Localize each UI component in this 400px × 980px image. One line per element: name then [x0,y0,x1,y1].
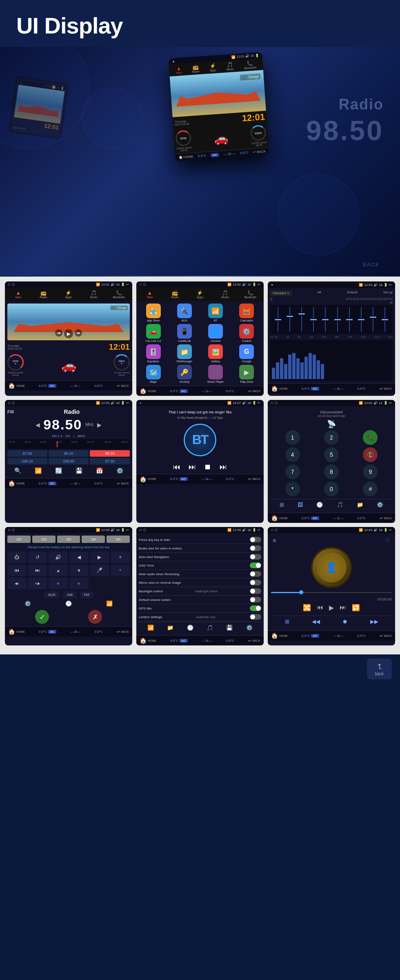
steer-btn-mic[interactable]: 🎤 [90,565,109,576]
dial-5[interactable]: 5 [324,447,339,462]
music-icon-4[interactable]: ▶▶ [370,618,378,625]
toggle-lantern[interactable] [250,614,261,620]
phone-settings-icon[interactable]: ⚙️ [377,502,383,508]
steer-fm-btn[interactable]: FM [80,592,93,598]
steer-btn-k3[interactable]: K [49,578,68,589]
app-mcxkey[interactable]: 🔑mcxKey [170,365,199,383]
steering-confirm-btn[interactable]: ✓ [35,610,49,624]
radio-save-icon[interactable]: 💾 [76,467,82,474]
radio-loop-icon[interactable]: 🔄 [55,467,62,474]
music-menu-icon[interactable]: ≡ [273,537,276,544]
apps-top-nav[interactable]: ▲Navi 📻Radio ⚡Apps 🎵Music 📞Bluetooth [136,288,264,301]
app-maps[interactable]: 🗺️Maps [139,365,168,383]
apps-nav-bt[interactable]: 📞Bluetooth [238,289,262,299]
dial-0[interactable]: 0 [324,482,339,496]
eq-top-controls[interactable]: Standard ∨ All Default Set up [270,290,393,296]
dial-2[interactable]: 2 [324,430,339,445]
app-equalizer[interactable]: 🎚️Equalizer [139,344,168,363]
bt-controls[interactable]: ⏮ ⏭ ⏹ ⏭ [139,463,261,471]
steer-btn-down[interactable]: ▼ [69,565,89,576]
bt-next-btn[interactable]: ⏭ [220,463,227,471]
toggle-auto-nav[interactable] [250,554,261,560]
radio-signal-icon[interactable]: 📶 [35,467,42,474]
toggle-gps-mix[interactable] [250,605,261,611]
app-gallery[interactable]: 🖼️Gallery [201,344,230,363]
radio-bottom-icons[interactable]: 🔍 📶 🔄 💾 📅 ⚙️ [7,466,130,475]
dial-star[interactable]: * [285,482,300,496]
apps-nav-radio[interactable]: 📻Radio [163,289,187,299]
phone-bottom-icons[interactable]: ⊞ 🖼 🕐 🎵 📁 ⚙️ [270,499,393,510]
steer-btn-k1[interactable]: ◀K [7,578,27,589]
steer-btn-next[interactable]: ▶ [90,551,109,563]
music-icon-3[interactable]: ⏺ [342,618,348,625]
settings-save-icon[interactable]: 💾 [226,625,233,631]
app-chrome[interactable]: 🌐Chrome [201,324,230,342]
bt-next-prev-btn[interactable]: ⏭ [189,463,196,471]
back-button-footer[interactable]: ↩ back [367,659,392,679]
music-progress-handle[interactable] [299,590,303,594]
app-musicplayer[interactable]: 🎵Music Player [201,365,230,383]
home-top-nav[interactable]: ▲Navi 📻Radio ⚡Apps 🎵Music 📞Bluetooth [5,288,132,301]
toggle-backlight[interactable] [250,588,261,594]
steer-btn-k4[interactable]: K [69,578,89,589]
apps-nav-navi[interactable]: ▲Navi [138,289,162,299]
bt-prev-btn[interactable]: ⏮ [173,463,180,471]
phone-file-icon[interactable]: 📁 [357,502,363,508]
steer-btn-up[interactable]: ▲ [49,565,68,576]
music-play-icon[interactable]: ▶ [329,604,334,612]
phone-img-icon[interactable]: 🖼 [298,502,303,508]
toggle-brake-wire[interactable] [250,545,261,551]
preset-6[interactable]: 87.50 [90,458,130,464]
apps-nav-apps[interactable]: ⚡Apps [188,289,212,299]
music-skip-back-icon[interactable]: ⏮ [317,604,323,612]
bt-stop-btn[interactable]: ⏹ [204,463,211,471]
music-icon-1[interactable]: ⊞ [285,618,289,625]
nav-bluetooth[interactable]: 📞Bluetooth [107,289,131,299]
dial-7[interactable]: 7 [285,464,300,479]
dial-8[interactable]: 8 [324,464,339,479]
dial-hash[interactable]: # [363,482,378,496]
radio-search-icon[interactable]: 🔍 [14,467,21,474]
app-aux[interactable]: 🔌AUX [170,304,199,322]
nav-navi[interactable]: ▲Navi [7,289,30,299]
settings-music2-icon[interactable]: 🎵 [207,625,213,631]
settings-file-icon[interactable]: 📁 [167,625,173,631]
steer-settings-1[interactable]: ⚙️ [24,601,31,607]
preset-2[interactable]: 90.10 [49,450,89,457]
radio-settings-icon[interactable]: ⚙️ [116,467,123,474]
music-repeat-icon[interactable]: 🔁 [352,604,360,612]
phone-time-icon[interactable]: 🕐 [316,502,323,508]
radio-next-btn[interactable]: ▶ [97,422,102,428]
media-controls[interactable]: ⏮ ▶ ⏭ [55,329,82,338]
music-controls[interactable]: 🔀 ⏮ ▶ ⏭ 🔁 [271,604,392,612]
radio-prev-btn[interactable]: ◀ [36,422,40,428]
preset-1[interactable]: 87.50 [7,450,47,457]
radio-calendar-icon[interactable]: 📅 [96,467,103,474]
dial-4[interactable]: 4 [285,447,300,462]
toggle-mirror-view[interactable] [250,580,261,585]
steer-aux-btn[interactable]: AUX [44,592,60,598]
settings-wifi-icon[interactable]: 📶 [147,625,154,631]
music-icon-2[interactable]: ◀◀ [312,618,320,625]
phone-music-icon[interactable]: 🎵 [337,502,343,508]
toggle-press-any-key[interactable] [250,537,261,542]
music-progress-bar[interactable] [271,592,392,593]
phone-apps-icon[interactable]: ⊞ [280,502,284,508]
music-shuffle-icon[interactable]: 🔀 [303,604,311,612]
steer-btn-prev[interactable]: ◀ [69,551,89,563]
steer-btn-k2[interactable]: K▶ [28,578,47,589]
toggle-gsd-time[interactable] [250,563,261,568]
steering-settings-row[interactable]: ⚙️ 🕐 📶 [7,601,130,607]
toggle-default-vol[interactable] [250,597,261,603]
app-carlink[interactable]: 🚗Car Link 2.0 [139,324,168,342]
dial-9[interactable]: 9 [363,464,378,479]
preset-4[interactable]: 106.10 [7,458,47,464]
steer-btn-extra2[interactable]: + [111,565,130,576]
steer-bt-icon[interactable]: 📶 [106,601,113,607]
nav-apps[interactable]: ⚡Apps [57,289,80,299]
app-control[interactable]: ⚙️Control [232,324,261,342]
preset-5[interactable]: 108.00 [49,458,89,464]
apps-nav-music[interactable]: 🎵Music [213,289,237,299]
settings-clock-icon[interactable]: 🕐 [187,625,193,631]
music-skip-fwd-icon[interactable]: ⏭ [340,604,346,612]
